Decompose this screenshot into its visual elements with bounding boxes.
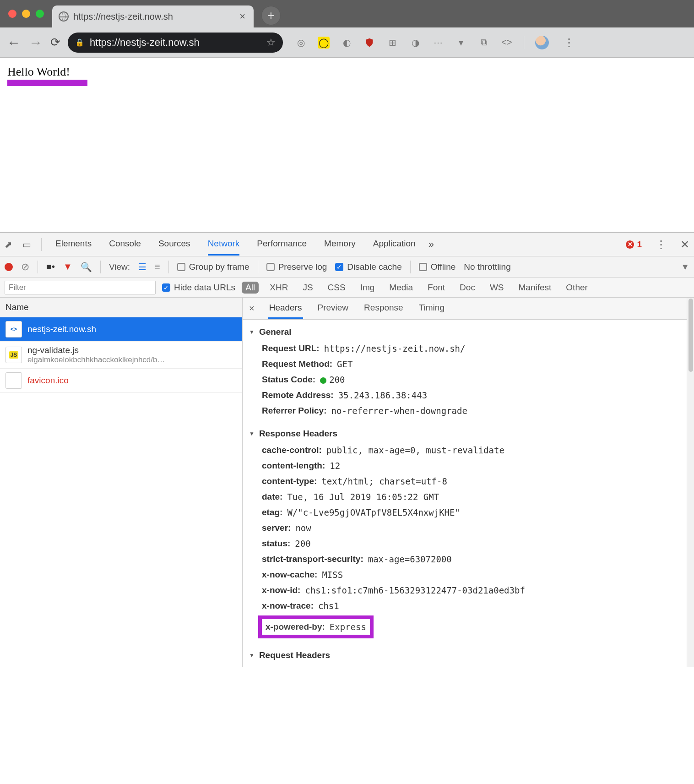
header-kv: strict-transport-security:max-age=630720… xyxy=(249,551,680,567)
back-button[interactable]: ← xyxy=(6,35,21,50)
forward-button[interactable]: → xyxy=(28,35,43,50)
kv-key: server: xyxy=(262,523,291,533)
devtools-tab-console[interactable]: Console xyxy=(109,233,141,256)
extensions-row: ◎ ◯ ◐ ⊞ ◑ ⋯ ▾ ⧉ <> ⋮ xyxy=(295,36,578,49)
kv-value: 12 xyxy=(330,461,340,471)
new-tab-button[interactable]: + xyxy=(261,5,281,26)
preserve-log-toggle[interactable]: Preserve log xyxy=(266,262,327,272)
type-filter-js[interactable]: JS xyxy=(299,282,316,294)
bookmark-star-icon[interactable]: ☆ xyxy=(266,37,276,49)
filter-input[interactable] xyxy=(5,281,156,294)
detail-tab-headers[interactable]: Headers xyxy=(268,298,303,319)
highlighted-header: x-powered-by: Express xyxy=(258,615,374,638)
kv-key: Request URL: xyxy=(262,343,320,354)
minimize-window-button[interactable] xyxy=(22,10,30,18)
traffic-lights xyxy=(0,10,52,18)
kv-value: W/"c-Lve95gjOVATpfV8EL5X4nxwjKHE" xyxy=(287,507,460,517)
record-button[interactable] xyxy=(5,263,13,271)
device-toggle-icon[interactable]: ▭ xyxy=(22,239,31,250)
header-kv: content-length:12 xyxy=(249,458,680,474)
extension-icon-2[interactable]: ◯ xyxy=(318,37,330,49)
type-filter-media[interactable]: Media xyxy=(385,282,417,294)
type-filter-all[interactable]: All xyxy=(242,282,259,294)
extension-icon-8[interactable]: ▾ xyxy=(455,37,467,49)
request-row[interactable]: JSng-validate.jselgalmkoelokbchhkhacckok… xyxy=(0,342,242,369)
type-filter-img[interactable]: Img xyxy=(357,282,379,294)
hide-data-urls-toggle[interactable]: ✓Hide data URLs xyxy=(162,283,235,293)
type-filter-xhr[interactable]: XHR xyxy=(266,282,292,294)
scrollbar[interactable] xyxy=(687,298,694,667)
devtools-menu-button[interactable]: ⋮ xyxy=(656,238,667,251)
detail-tab-timing[interactable]: Timing xyxy=(418,298,445,319)
more-tabs-icon[interactable]: » xyxy=(428,239,434,250)
waterfall-icon[interactable]: ≡ xyxy=(155,261,160,272)
kv-key: status: xyxy=(262,539,290,549)
type-filter-manifest[interactable]: Manifest xyxy=(515,282,555,294)
type-filter-doc[interactable]: Doc xyxy=(456,282,479,294)
devtools-panel: ⬈ ▭ ElementsConsoleSourcesNetworkPerform… xyxy=(0,232,694,667)
section-request-headers[interactable]: Request Headers xyxy=(249,650,680,660)
type-filter-ws[interactable]: WS xyxy=(486,282,508,294)
view-label: View: xyxy=(109,262,130,272)
throttling-select[interactable]: No throttling xyxy=(464,262,510,272)
url-field[interactable]: 🔒 https://nestjs-zeit.now.sh ☆ xyxy=(68,33,283,53)
clear-button[interactable]: ⊘ xyxy=(21,261,29,273)
page-content: Hello World! xyxy=(0,58,694,232)
extension-icon-6[interactable]: ◑ xyxy=(409,37,421,49)
close-detail-icon[interactable]: × xyxy=(249,303,255,314)
detail-tab-response[interactable]: Response xyxy=(363,298,404,319)
status-dot-icon xyxy=(320,377,326,384)
type-filter-css[interactable]: CSS xyxy=(324,282,349,294)
search-icon[interactable]: 🔍 xyxy=(81,261,92,272)
extension-icon-5[interactable]: ⊞ xyxy=(386,37,398,49)
kv-key: Status Code: xyxy=(262,375,315,385)
kv-key: cache-control: xyxy=(262,445,322,455)
type-filter-font[interactable]: Font xyxy=(424,282,449,294)
close-tab-icon[interactable]: × xyxy=(239,11,245,22)
section-response-headers[interactable]: Response Headers xyxy=(249,429,680,439)
header-kv: content-type:text/html; charset=utf-8 xyxy=(249,474,680,489)
browser-menu-button[interactable]: ⋮ xyxy=(564,36,575,49)
maximize-window-button[interactable] xyxy=(36,10,44,18)
browser-tab[interactable]: https://nestjs-zeit.now.sh × xyxy=(52,5,254,27)
ublock-icon[interactable] xyxy=(363,37,375,49)
devtools-tab-performance[interactable]: Performance xyxy=(257,233,307,256)
doc-file-icon: <> xyxy=(5,321,22,338)
large-rows-icon[interactable]: ☰ xyxy=(138,261,146,272)
reload-button[interactable]: ⟳ xyxy=(50,35,60,49)
profile-avatar[interactable] xyxy=(535,36,549,49)
devtools-tab-memory[interactable]: Memory xyxy=(324,233,356,256)
devtools-tab-sources[interactable]: Sources xyxy=(158,233,190,256)
devtools-tab-application[interactable]: Application xyxy=(373,233,416,256)
header-kv: x-now-id:chs1:sfo1:c7mh6-1563293122477-0… xyxy=(249,583,680,598)
devtools-tab-network[interactable]: Network xyxy=(208,233,240,256)
request-row[interactable]: <>nestjs-zeit.now.sh xyxy=(0,317,242,342)
group-by-frame-toggle[interactable]: Group by frame xyxy=(177,262,249,272)
section-general[interactable]: General xyxy=(249,327,680,337)
detail-tab-preview[interactable]: Preview xyxy=(317,298,350,319)
screenshot-icon[interactable]: ■• xyxy=(46,261,55,272)
type-filter-other[interactable]: Other xyxy=(562,282,591,294)
filter-toggle-icon[interactable]: ▼ xyxy=(63,261,72,272)
request-row[interactable]: favicon.ico xyxy=(0,369,242,393)
network-toolbar: ⊘ ■• ▼ 🔍 View: ☰ ≡ Group by frame Preser… xyxy=(0,256,694,278)
error-indicator[interactable]: ✕ 1 xyxy=(626,240,642,250)
disable-cache-toggle[interactable]: ✓Disable cache xyxy=(335,262,401,272)
element-picker-icon[interactable]: ⬈ xyxy=(5,239,12,250)
dropdown-icon[interactable]: ▼ xyxy=(681,262,689,272)
extension-icon-1[interactable]: ◎ xyxy=(295,37,307,49)
kv-value: max-age=63072000 xyxy=(368,554,452,564)
devtools-tab-elements[interactable]: Elements xyxy=(55,233,92,256)
extension-icon-3[interactable]: ◐ xyxy=(341,37,352,49)
extension-icon-9[interactable]: ⧉ xyxy=(478,37,490,49)
scrollbar-thumb[interactable] xyxy=(689,299,693,372)
extension-icon-7[interactable]: ⋯ xyxy=(432,37,444,49)
highlight-underline xyxy=(7,80,87,86)
extension-icon-10[interactable]: <> xyxy=(501,37,513,49)
close-devtools-icon[interactable]: ✕ xyxy=(680,238,689,251)
offline-toggle[interactable]: Offline xyxy=(419,262,456,272)
separator xyxy=(524,36,524,49)
error-count: 1 xyxy=(637,240,642,250)
tab-title: https://nestjs-zeit.now.sh xyxy=(73,11,173,22)
close-window-button[interactable] xyxy=(8,10,16,18)
